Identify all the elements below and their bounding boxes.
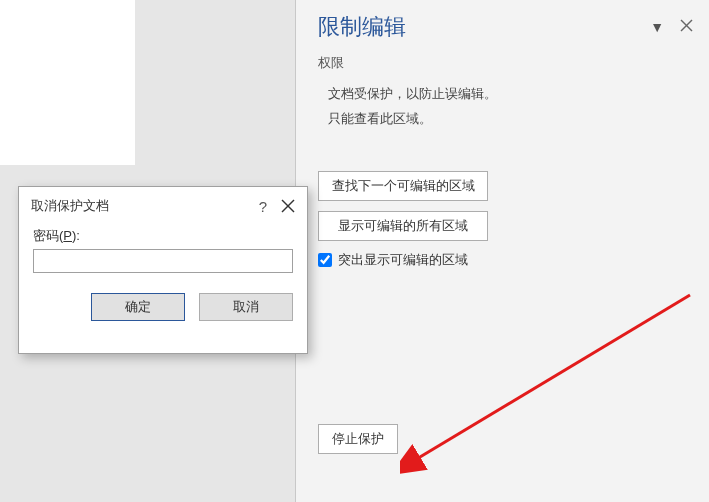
stop-protection-button[interactable]: 停止保护 (318, 424, 398, 454)
dialog-body: 密码(P): (19, 223, 307, 277)
show-all-editable-button[interactable]: 显示可编辑的所有区域 (318, 211, 488, 241)
highlight-editable-checkbox-row[interactable]: 突出显示可编辑的区域 (318, 251, 693, 269)
panel-dropdown-icon[interactable]: ▼ (650, 19, 664, 35)
dialog-buttons: 确定 取消 (19, 277, 307, 333)
document-page-background (0, 0, 135, 165)
info-line-1: 文档受保护，以防止误编辑。 (328, 82, 693, 107)
protection-info: 文档受保护，以防止误编辑。 只能查看此区域。 (318, 82, 693, 131)
dialog-help-icon[interactable]: ? (259, 198, 267, 215)
panel-header: 限制编辑 ▼ (318, 12, 693, 42)
info-line-2: 只能查看此区域。 (328, 107, 693, 132)
password-input[interactable] (33, 249, 293, 273)
panel-close-icon[interactable] (680, 19, 693, 35)
panel-title: 限制编辑 (318, 12, 406, 42)
unprotect-document-dialog: 取消保护文档 ? 密码(P): 确定 取消 (18, 186, 308, 354)
permissions-section-label: 权限 (318, 54, 693, 72)
dialog-close-icon[interactable] (281, 199, 295, 213)
highlight-editable-label: 突出显示可编辑的区域 (338, 251, 468, 269)
dialog-titlebar: 取消保护文档 ? (19, 187, 307, 223)
ok-button[interactable]: 确定 (91, 293, 185, 321)
password-label: 密码(P): (33, 227, 293, 245)
dialog-title: 取消保护文档 (31, 197, 109, 215)
highlight-editable-checkbox[interactable] (318, 253, 332, 267)
panel-controls: ▼ (650, 19, 693, 35)
restrict-editing-panel: 限制编辑 ▼ 权限 文档受保护，以防止误编辑。 只能查看此区域。 查找下一个可编… (295, 0, 709, 502)
find-next-editable-button[interactable]: 查找下一个可编辑的区域 (318, 171, 488, 201)
cancel-button[interactable]: 取消 (199, 293, 293, 321)
